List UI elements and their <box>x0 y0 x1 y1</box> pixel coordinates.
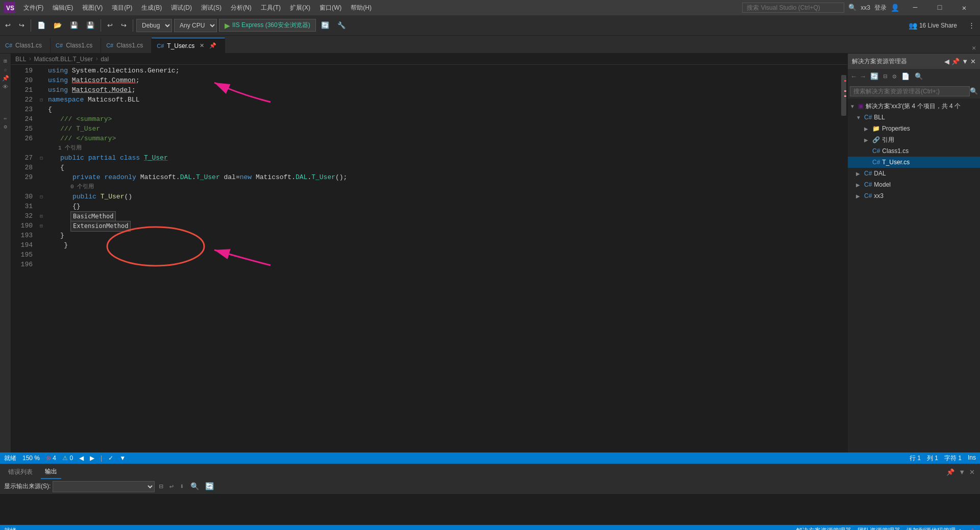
close-all-tabs[interactable]: ✕ <box>970 43 978 53</box>
toolbar-refresh[interactable]: 🔄 <box>318 20 332 31</box>
solution-search-icon[interactable]: 🔍 <box>970 87 978 95</box>
source-select[interactable] <box>53 481 155 492</box>
nav-forward-btn[interactable]: ▶ <box>90 455 94 462</box>
st-properties[interactable]: ⚙ <box>890 71 898 82</box>
left-gutter: ⊞ ☆ 📌 👁 ✏ ⚙ <box>0 54 11 452</box>
extension-method-box[interactable]: ExtensionMethod <box>70 221 131 232</box>
solution-search-input[interactable] <box>850 86 970 96</box>
menu-window[interactable]: 窗口(W) <box>315 3 346 13</box>
menu-build[interactable]: 生成(B) <box>137 3 166 13</box>
add-to-source[interactable]: 添加到源代码管理 ▲ <box>906 526 963 531</box>
output-tab[interactable]: 输出 <box>41 465 61 479</box>
output-sync-btn[interactable]: 🔄 <box>203 481 216 492</box>
st-refresh[interactable]: 🔄 <box>868 71 880 82</box>
tree-properties[interactable]: ▶ 📁 Properties <box>848 123 980 134</box>
tree-model[interactable]: ▶ C# Model <box>848 179 980 190</box>
menu-analyze[interactable]: 分析(N) <box>227 3 256 13</box>
tree-references[interactable]: ▶ 🔗 引用 <box>848 134 980 145</box>
menu-file[interactable]: 文件(F) <box>19 3 47 13</box>
solution-arrow-icon[interactable]: ▼ <box>962 58 968 65</box>
gutter-icon-3[interactable]: 📌 <box>2 75 9 82</box>
line-19: using System.Collections.Generic; <box>46 66 840 75</box>
gutter-icon-1[interactable]: ⊞ <box>4 58 7 64</box>
main-status-bar: 就绪 解决方案资源管理器 团队资源管理器 添加到源代码管理 ▲ ⚠ <box>0 525 980 530</box>
menu-help[interactable]: 帮助(H) <box>347 3 376 13</box>
tree-tuser[interactable]: ▶ C# T_User.cs <box>848 157 980 168</box>
solution-close-icon[interactable]: ✕ <box>970 58 976 65</box>
tree-class1[interactable]: ▶ C# Class1.cs <box>848 145 980 157</box>
menu-test[interactable]: 测试(S) <box>197 3 226 13</box>
toolbar-redo[interactable]: ↪ <box>118 20 130 31</box>
solution-pin-icon[interactable]: 📌 <box>951 58 960 65</box>
menu-tools[interactable]: 工具(T) <box>257 3 285 13</box>
tree-solution-root[interactable]: ▼ ▣ 解决方案'xx3'(第 4 个项目，共 4 个 <box>848 100 980 112</box>
editor-scrollbar[interactable] <box>840 65 847 452</box>
gutter-icon-4[interactable]: 👁 <box>3 84 8 90</box>
gutter-icon-2[interactable]: ☆ <box>4 66 7 73</box>
menu-edit[interactable]: 编辑(E) <box>48 3 77 13</box>
tab-class1-3[interactable]: C# Class1.cs <box>101 38 152 53</box>
tree-bll-project[interactable]: ▼ C# BLL <box>848 112 980 123</box>
basic-method-box[interactable]: BasicMethod <box>70 211 116 222</box>
menu-extensions[interactable]: 扩展(X) <box>286 3 314 13</box>
menu-view[interactable]: 视图(V) <box>78 3 107 13</box>
tab-bar: C# Class1.cs C# Class1.cs C# Class1.cs C… <box>0 36 980 54</box>
output-close-btn[interactable]: ✕ <box>968 467 976 477</box>
st-back[interactable]: ← <box>850 72 858 82</box>
st-forward[interactable]: → <box>859 72 867 82</box>
tab-pin-4[interactable]: 📌 <box>209 42 216 49</box>
code-container[interactable]: 19 20 21 22 23 24 25 26 27 28 29 30 31 3… <box>11 65 847 452</box>
login-button[interactable]: 登录 <box>874 4 887 12</box>
gutter-icon-5[interactable]: ✏ <box>4 115 7 121</box>
warning-count-btn[interactable]: ⚠ 0 <box>62 455 73 462</box>
output-clear-btn[interactable]: ⊟ <box>157 481 165 492</box>
nav-back-btn[interactable]: ◀ <box>79 455 84 462</box>
solution-explorer-link[interactable]: 解决方案资源管理器 <box>796 526 851 531</box>
toolbar-save[interactable]: 💾 <box>67 20 81 31</box>
user-icon[interactable]: 👤 <box>891 4 899 12</box>
minimize-button[interactable]: ─ <box>903 0 927 15</box>
st-all-files[interactable]: 📄 <box>899 71 912 82</box>
menu-debug[interactable]: 调试(D) <box>167 3 196 13</box>
nav-drop-btn[interactable]: ▼ <box>119 455 126 462</box>
nav-commit-btn[interactable]: ✓ <box>108 455 113 462</box>
toolbar-extra[interactable]: ⋮ <box>965 20 978 31</box>
toolbar-save-all[interactable]: 💾 <box>83 20 97 31</box>
team-explorer-link[interactable]: 团队资源管理器 <box>857 526 900 531</box>
git-error-icon[interactable]: ⚠ <box>969 526 976 531</box>
output-pin-btn[interactable]: 📌 <box>945 467 955 477</box>
class1-label: Class1.cs <box>882 147 909 155</box>
search-icon[interactable]: 🔍 <box>848 4 856 12</box>
toolbar-new[interactable]: 📄 <box>34 20 48 31</box>
code-editor[interactable]: using System.Collections.Generic; using … <box>46 65 840 452</box>
st-collapse[interactable]: ⊟ <box>881 71 890 82</box>
maximize-button[interactable]: □ <box>928 0 951 15</box>
gutter-icon-6[interactable]: ⚙ <box>4 123 7 130</box>
close-button[interactable]: ✕ <box>952 0 976 15</box>
error-list-tab[interactable]: 错误列表 <box>4 466 37 478</box>
toolbar-forward[interactable]: ↪ <box>16 20 28 31</box>
tab-tuser[interactable]: C# T_User.cs ✕ 📌 <box>152 38 225 53</box>
error-count-btn[interactable]: ⊗ 4 <box>46 455 56 462</box>
run-button[interactable]: ▶ IIS Express (360安全浏览器) <box>219 19 316 32</box>
toolbar-back[interactable]: ↩ <box>2 20 14 31</box>
live-share-button[interactable]: 👥 16 Live Share <box>904 20 961 31</box>
tab-class1-1[interactable]: C# Class1.cs <box>0 38 51 53</box>
tree-dal[interactable]: ▶ C# DAL <box>848 168 980 179</box>
toolbar-tools[interactable]: 🔧 <box>334 20 349 31</box>
tab-close-4[interactable]: ✕ <box>200 42 204 49</box>
output-search-btn[interactable]: 🔍 <box>188 481 201 492</box>
tree-xx3[interactable]: ▶ C# xx3 <box>848 190 980 201</box>
tab-class1-2[interactable]: C# Class1.cs <box>51 38 101 53</box>
solution-collapse-icon[interactable]: ◀ <box>944 58 949 65</box>
toolbar-undo[interactable]: ↩ <box>104 20 116 31</box>
toolbar-open[interactable]: 📂 <box>51 20 65 31</box>
st-filter[interactable]: 🔍 <box>913 71 925 82</box>
global-search-input[interactable] <box>742 3 844 13</box>
output-wrap-btn[interactable]: ↩ <box>167 481 176 492</box>
debug-config-select[interactable]: Debug <box>136 19 172 32</box>
output-arrow-btn[interactable]: ▼ <box>958 467 966 477</box>
menu-project[interactable]: 项目(P) <box>108 3 136 13</box>
platform-select[interactable]: Any CPU <box>174 19 217 32</box>
output-scroll-btn[interactable]: ⬇ <box>178 481 186 492</box>
